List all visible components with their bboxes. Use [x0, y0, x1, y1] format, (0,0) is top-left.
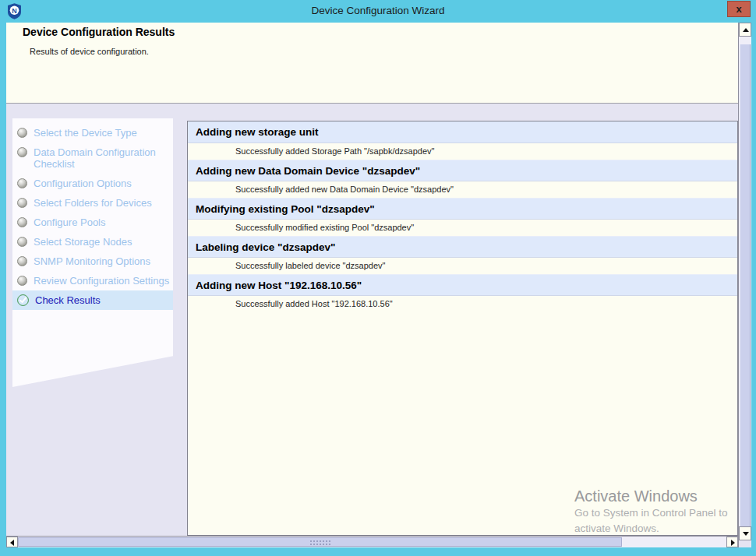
wizard-body: Select the Device Type Data Domain Confi… [6, 104, 738, 536]
up-arrow-icon [743, 28, 749, 32]
horizontal-scrollbar[interactable] [6, 536, 738, 547]
scroll-down-button[interactable] [739, 526, 751, 540]
step-pending-sphere-icon [17, 217, 27, 227]
wizard-header: Device Configuration Results Results of … [6, 23, 738, 104]
step-pending-sphere-icon [17, 237, 27, 247]
watermark-line2: activate Windows. [574, 521, 742, 537]
window-title: Device Configuration Wizard [0, 0, 756, 23]
vertical-scrollbar[interactable] [738, 23, 751, 540]
scroll-left-button[interactable] [6, 537, 18, 547]
result-title: Adding new Data Domain Device "dzsapdev" [188, 160, 737, 181]
step-label: Select the Device Type [34, 127, 137, 139]
results-panel: Adding new storage unit Successfully add… [187, 121, 738, 536]
right-arrow-icon [731, 540, 735, 546]
horizontal-scroll-thumb[interactable] [18, 537, 622, 547]
titlebar: N Device Configuration Wizard x [0, 0, 756, 23]
result-group: Adding new Host "192.168.10.56" Successf… [188, 274, 737, 312]
result-detail: Successfully added Storage Path "/sapbk/… [188, 143, 737, 160]
step-pending-sphere-icon [17, 147, 27, 157]
result-title: Adding new storage unit [188, 121, 737, 143]
sidebar-step-5[interactable]: Configure Pools [12, 213, 173, 232]
step-pending-sphere-icon [17, 128, 27, 138]
step-pending-sphere-icon [17, 256, 27, 266]
close-button[interactable]: x [727, 1, 751, 17]
sidebar-step-8[interactable]: Review Configuration Settings [12, 271, 173, 290]
vertical-scroll-track[interactable] [739, 37, 751, 526]
wizard-steps-sidebar: Select the Device Type Data Domain Confi… [12, 118, 173, 387]
sidebar-step-9[interactable]: Check Results [12, 290, 173, 310]
step-label: Configure Pools [34, 216, 106, 228]
activate-windows-watermark: Activate Windows Go to System in Control… [574, 487, 742, 537]
page-title: Device Configuration Results [23, 26, 175, 38]
result-detail: Successfully added new Data Domain Devic… [188, 181, 737, 198]
result-group: Modifying existing Pool "dzsapdev" Succe… [188, 198, 737, 236]
scroll-up-button[interactable] [739, 23, 751, 37]
horizontal-scroll-track[interactable] [18, 537, 726, 547]
result-detail: Successfully added Host "192.168.10.56" [188, 296, 737, 312]
result-group: Labeling device "dzsapdev" Successfully … [188, 236, 737, 274]
step-label: Configuration Options [34, 178, 132, 189]
step-pending-sphere-icon [17, 198, 27, 208]
scrollbar-corner [738, 540, 751, 547]
sidebar-step-2[interactable]: Data Domain Configuration Checklist [12, 143, 173, 174]
device-configuration-wizard-window: N Device Configuration Wizard x Device C… [0, 0, 756, 556]
result-title: Labeling device "dzsapdev" [188, 236, 737, 258]
result-title: Adding new Host "192.168.10.56" [188, 274, 737, 296]
window-bottom-border [0, 547, 756, 556]
step-label: SNMP Monitoring Options [34, 255, 150, 267]
scroll-grip-dots-icon [309, 540, 331, 547]
result-group: Adding new storage unit Successfully add… [188, 121, 737, 160]
result-title: Modifying existing Pool "dzsapdev" [188, 198, 737, 220]
step-label: Select Storage Nodes [34, 236, 132, 248]
step-pending-sphere-icon [17, 178, 27, 188]
step-pending-sphere-icon [17, 276, 27, 286]
result-group: Adding new Data Domain Device "dzsapdev"… [188, 160, 737, 198]
sidebar-step-6[interactable]: Select Storage Nodes [12, 232, 173, 252]
step-label: Check Results [35, 294, 101, 306]
page-subtitle: Results of device configuration. [30, 47, 149, 56]
down-arrow-icon [743, 532, 749, 536]
scroll-right-button[interactable] [726, 537, 738, 547]
result-detail: Successfully labeled device "dzsapdev" [188, 258, 737, 274]
left-arrow-icon [10, 540, 14, 546]
sidebar-step-3[interactable]: Configuration Options [12, 174, 173, 193]
step-label: Data Domain Configuration Checklist [34, 146, 170, 170]
step-label: Select Folders for Devices [34, 197, 152, 209]
watermark-title: Activate Windows [574, 487, 742, 505]
watermark-line1: Go to System in Control Panel to [574, 505, 742, 521]
sidebar-step-1[interactable]: Select the Device Type [12, 123, 173, 143]
vertical-scroll-thumb[interactable] [740, 44, 751, 526]
sidebar-step-7[interactable]: SNMP Monitoring Options [12, 252, 173, 271]
step-label: Review Configuration Settings [34, 275, 169, 287]
result-detail: Successfully modified existing Pool "dzs… [188, 220, 737, 236]
sidebar-step-4[interactable]: Select Folders for Devices [12, 193, 173, 213]
step-active-green-check-icon [17, 294, 29, 306]
